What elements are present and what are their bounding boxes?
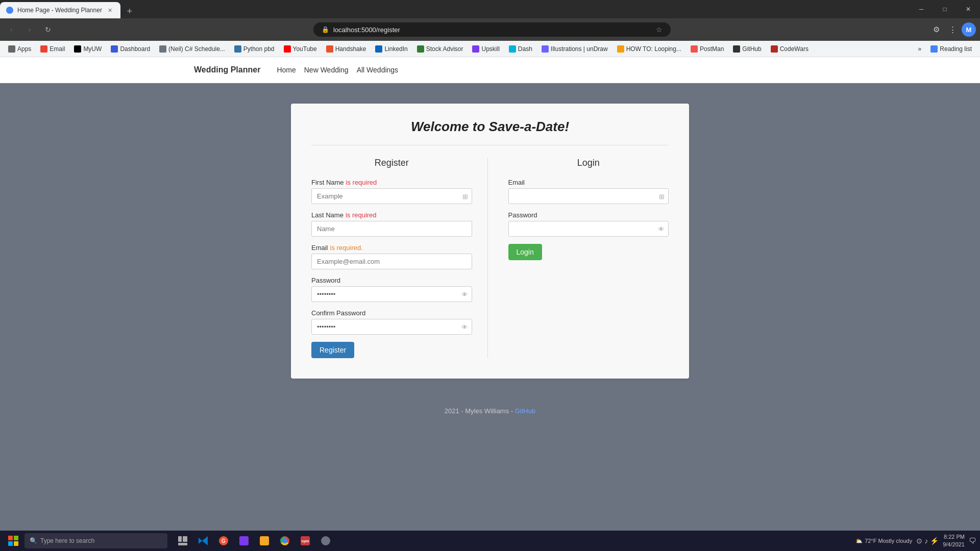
bookmark-label: MyUW bbox=[83, 45, 102, 53]
dash-icon bbox=[509, 45, 516, 53]
nav-link-home[interactable]: Home bbox=[277, 66, 296, 74]
minimize-button[interactable]: ─ bbox=[910, 0, 933, 18]
forward-button[interactable]: › bbox=[22, 22, 37, 37]
bookmark-neil[interactable]: (Neil) C# Schedule... bbox=[155, 44, 229, 54]
register-password-label-text: Password bbox=[311, 277, 340, 284]
tab-favicon bbox=[6, 7, 13, 14]
bookmark-upskill[interactable]: Upskill bbox=[468, 44, 503, 54]
first-name-label: First Name is required bbox=[311, 179, 472, 186]
star-icon[interactable]: ☆ bbox=[656, 26, 663, 34]
browser-chrome: Home Page - Wedding Planner ✕ + ─ □ ✕ ‹ … bbox=[0, 0, 980, 57]
register-email-label-text: Email bbox=[311, 244, 328, 252]
last-name-input[interactable] bbox=[311, 221, 472, 237]
back-button[interactable]: ‹ bbox=[4, 22, 18, 37]
bookmarks-bar: Apps Email MyUW Dashboard (Neil) C# Sche… bbox=[0, 41, 980, 57]
register-password-input-wrap: 👁 bbox=[311, 286, 472, 302]
first-name-input-wrap: ⊞ bbox=[311, 188, 472, 204]
stock-icon bbox=[417, 45, 424, 53]
register-heading: Register bbox=[311, 158, 472, 168]
page-content: Wedding Planner Home New Wedding All Wed… bbox=[0, 57, 980, 531]
tab-bar: Home Page - Wedding Planner ✕ + ─ □ ✕ bbox=[0, 0, 980, 18]
address-bar: ‹ › ↻ 🔒 localhost:5000/register ☆ ⚙ ⋮ M bbox=[0, 18, 980, 41]
bookmark-stock[interactable]: Stock Advisor bbox=[413, 44, 468, 54]
navbar-inner: Wedding Planner Home New Wedding All Wed… bbox=[184, 65, 796, 74]
footer-text: 2021 - Myles Williams - GitHub bbox=[0, 407, 980, 415]
profile-button[interactable]: M bbox=[962, 22, 976, 37]
python-icon bbox=[234, 45, 241, 53]
maximize-button[interactable]: □ bbox=[933, 0, 957, 18]
footer-github-link[interactable]: GitHub bbox=[515, 407, 535, 415]
register-password-input[interactable] bbox=[311, 286, 472, 302]
nav-links: Home New Wedding All Weddings bbox=[277, 66, 398, 74]
register-password-field-group: Password 👁 bbox=[311, 277, 472, 302]
register-button[interactable]: Register bbox=[311, 342, 354, 358]
bookmark-label: Dashboard bbox=[120, 45, 150, 53]
bookmark-label: (Neil) C# Schedule... bbox=[168, 45, 225, 53]
bookmark-label: Email bbox=[50, 45, 65, 53]
login-email-input[interactable] bbox=[508, 188, 669, 204]
linkedin-icon bbox=[375, 45, 382, 53]
register-email-required: is required. bbox=[330, 244, 363, 252]
reading-list-icon bbox=[930, 45, 938, 53]
bookmark-dash[interactable]: Dash bbox=[505, 44, 536, 54]
confirm-password-label-text: Confirm Password bbox=[311, 309, 365, 317]
confirm-password-label: Confirm Password bbox=[311, 309, 472, 317]
neil-icon bbox=[159, 45, 166, 53]
confirm-password-input-wrap: 👁 bbox=[311, 319, 472, 335]
address-input[interactable]: 🔒 localhost:5000/register ☆ bbox=[313, 22, 671, 37]
bookmark-github[interactable]: GitHub bbox=[729, 44, 765, 54]
confirm-password-toggle-icon[interactable]: 👁 bbox=[461, 323, 468, 331]
handshake-icon bbox=[326, 45, 333, 53]
site-navbar: Wedding Planner Home New Wedding All Wed… bbox=[0, 57, 980, 83]
extensions-icon[interactable]: ⚙ bbox=[929, 22, 943, 37]
footer-copyright: 2021 - Myles Williams - bbox=[445, 407, 515, 415]
login-column: Login Email ⊞ Passwor bbox=[488, 158, 669, 358]
bookmarks-more-button[interactable]: » bbox=[916, 44, 924, 54]
bookmark-myuw[interactable]: MyUW bbox=[70, 44, 106, 54]
bookmark-postman[interactable]: PostMan bbox=[687, 44, 728, 54]
undraw-icon bbox=[542, 45, 549, 53]
login-email-label: Email bbox=[508, 179, 669, 186]
bookmark-label: CodeWars bbox=[780, 45, 808, 53]
github-icon bbox=[733, 45, 740, 53]
bookmark-apps[interactable]: Apps bbox=[4, 44, 35, 54]
bookmark-email[interactable]: Email bbox=[36, 44, 69, 54]
register-password-toggle-icon[interactable]: 👁 bbox=[461, 290, 468, 298]
close-button[interactable]: ✕ bbox=[957, 0, 980, 18]
login-password-input[interactable] bbox=[508, 221, 669, 237]
bookmark-reading-list[interactable]: Reading list bbox=[926, 44, 976, 54]
first-name-label-text: First Name bbox=[311, 179, 344, 186]
bookmark-linkedin[interactable]: LinkedIn bbox=[371, 44, 411, 54]
refresh-button[interactable]: ↻ bbox=[41, 22, 55, 37]
bookmark-label: YouTube bbox=[293, 45, 317, 53]
first-name-input[interactable] bbox=[311, 188, 472, 204]
bookmark-codewars[interactable]: CodeWars bbox=[767, 44, 813, 54]
login-email-field-group: Email ⊞ bbox=[508, 179, 669, 204]
bookmark-dashboard[interactable]: Dashboard bbox=[107, 44, 154, 54]
active-tab[interactable]: Home Page - Wedding Planner ✕ bbox=[0, 2, 120, 18]
card-divider bbox=[311, 145, 669, 145]
bookmark-label: Illustrations | unDraw bbox=[551, 45, 608, 53]
nav-link-all-weddings[interactable]: All Weddings bbox=[357, 66, 398, 74]
two-column-layout: Register First Name is required ⊞ bbox=[311, 158, 669, 358]
more-options-icon[interactable]: ⋮ bbox=[945, 22, 960, 37]
tab-close-button[interactable]: ✕ bbox=[106, 6, 114, 14]
bookmark-undraw[interactable]: Illustrations | unDraw bbox=[537, 44, 612, 54]
bookmark-label: GitHub bbox=[742, 45, 761, 53]
bookmark-howto[interactable]: HOW TO: Looping... bbox=[613, 44, 685, 54]
login-button[interactable]: Login bbox=[508, 244, 542, 260]
main-content: Welcome to Save-a-Date! Register First N… bbox=[0, 83, 980, 399]
login-password-toggle-icon[interactable]: 👁 bbox=[658, 225, 665, 233]
bookmark-label: Python pbd bbox=[243, 45, 275, 53]
nav-link-new-wedding[interactable]: New Wedding bbox=[304, 66, 349, 74]
bookmark-handshake[interactable]: Handshake bbox=[322, 44, 371, 54]
register-email-input[interactable] bbox=[311, 254, 472, 269]
dashboard-icon bbox=[111, 45, 118, 53]
apps-icon bbox=[8, 45, 15, 53]
bookmark-youtube[interactable]: YouTube bbox=[280, 44, 321, 54]
confirm-password-input[interactable] bbox=[311, 319, 472, 335]
last-name-input-wrap bbox=[311, 221, 472, 237]
new-tab-button[interactable]: + bbox=[122, 4, 137, 18]
last-name-label: Last Name is required bbox=[311, 211, 472, 219]
bookmark-python[interactable]: Python pbd bbox=[230, 44, 279, 54]
